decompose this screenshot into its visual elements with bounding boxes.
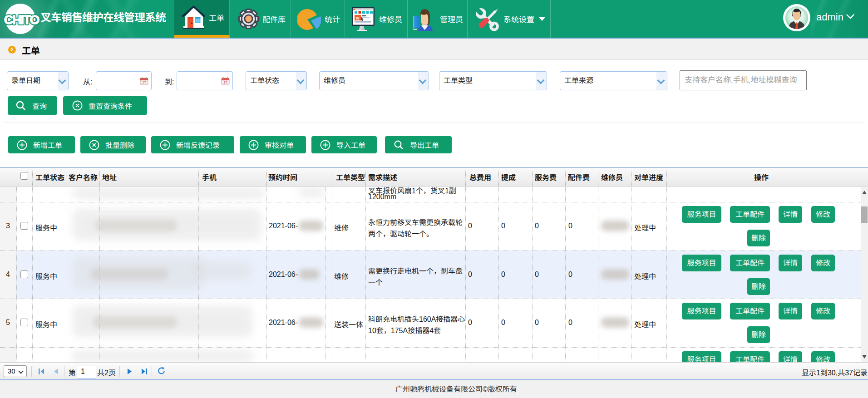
- svg-text:17: 17: [142, 80, 146, 84]
- svg-text:17: 17: [223, 80, 227, 84]
- svg-text:w: w: [355, 16, 360, 20]
- svg-text:CHITO: CHITO: [4, 13, 39, 27]
